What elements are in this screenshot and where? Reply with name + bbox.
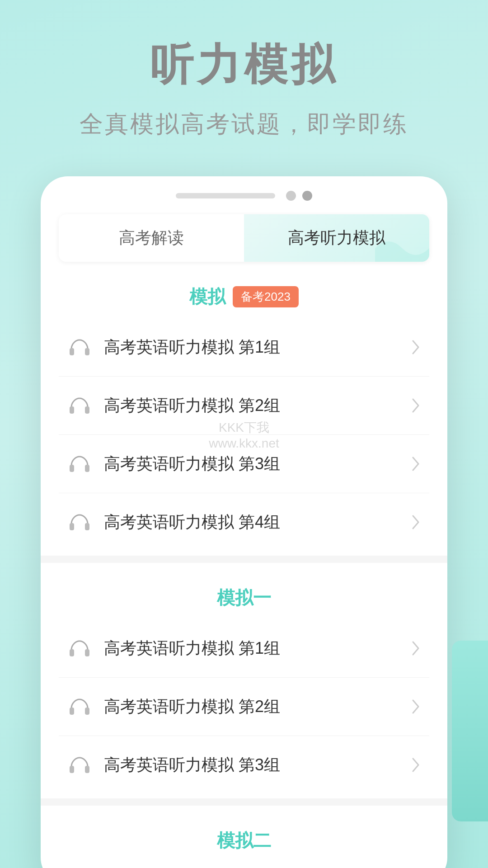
tab-gaokao-jiedu[interactable]: 高考解读 (59, 214, 244, 262)
chevron-right-icon-7 (411, 757, 420, 773)
phone-dot-2 (302, 191, 312, 201)
section-moni-title: 模拟 (189, 284, 225, 309)
svg-rect-3 (85, 406, 89, 414)
chevron-right-icon-6 (411, 698, 420, 715)
chevron-right-icon-5 (411, 640, 420, 656)
svg-rect-13 (85, 766, 89, 773)
svg-rect-0 (70, 348, 74, 355)
svg-rect-12 (70, 766, 74, 773)
main-title: 听力模拟 (150, 36, 338, 95)
tab-bar: 高考解读 高考听力模拟 (59, 214, 429, 262)
wave-decoration (375, 235, 429, 262)
phone-mockup: 高考解读 高考听力模拟 模拟 备考2023 KKK下我 (41, 176, 447, 868)
chevron-right-icon-4 (411, 514, 420, 530)
svg-rect-8 (70, 649, 74, 656)
svg-rect-9 (85, 649, 89, 656)
list-item-moni-3[interactable]: 高考英语听力模拟 第3组 (59, 435, 429, 493)
svg-rect-7 (85, 523, 89, 530)
headphone-icon-3 (68, 452, 91, 476)
list-item-moni-1[interactable]: 高考英语听力模拟 第1组 (59, 318, 429, 377)
phone-content: 高考解读 高考听力模拟 模拟 备考2023 KKK下我 (41, 214, 447, 868)
list-item-moni-3-text: 高考英语听力模拟 第3组 (104, 453, 411, 475)
list-item-moni-2-text: 高考英语听力模拟 第2组 (104, 395, 411, 417)
section-moyi-title: 模拟一 (217, 585, 271, 610)
svg-rect-6 (70, 523, 74, 530)
chevron-right-icon-3 (411, 456, 420, 472)
phone-top-bar (41, 176, 447, 210)
chevron-right-icon (411, 339, 420, 355)
list-group-moyi: 高考英语听力模拟 第1组 高考英语听力模拟 第2组 (41, 619, 447, 794)
headphone-icon-6 (68, 695, 91, 718)
divider-1 (41, 556, 447, 563)
section-moer-title: 模拟二 (217, 828, 271, 853)
list-item-moni-4[interactable]: 高考英语听力模拟 第4组 (59, 493, 429, 551)
headphone-icon-4 (68, 510, 91, 534)
headphone-icon (68, 335, 91, 359)
sub-title: 全真模拟高考试题，即学即练 (80, 108, 408, 140)
svg-rect-1 (85, 348, 89, 355)
phone-notch (176, 193, 275, 198)
svg-rect-5 (85, 465, 89, 472)
phone-dot-1 (286, 191, 296, 201)
phone-dots (286, 191, 312, 201)
chevron-right-icon-2 (411, 397, 420, 414)
list-item-moyi-2-text: 高考英语听力模拟 第2组 (104, 696, 411, 718)
headphone-icon-5 (68, 637, 91, 660)
headphone-icon-2 (68, 394, 91, 417)
tab-gaokao-tingli[interactable]: 高考听力模拟 (244, 214, 429, 262)
svg-rect-10 (70, 708, 74, 715)
section-moer-heading: 模拟二 (41, 810, 447, 858)
section-moni-heading: 模拟 备考2023 (41, 262, 447, 318)
svg-rect-11 (85, 708, 89, 715)
list-item-moyi-2[interactable]: 高考英语听力模拟 第2组 (59, 678, 429, 736)
list-item-moyi-3-text: 高考英语听力模拟 第3组 (104, 754, 411, 776)
list-item-moni-1-text: 高考英语听力模拟 第1组 (104, 336, 411, 359)
page-wrapper: 听力模拟 全真模拟高考试题，即学即练 高考解读 高考听力模拟 (0, 0, 488, 868)
right-decoration (452, 641, 488, 821)
list-item-moyi-1[interactable]: 高考英语听力模拟 第1组 (59, 619, 429, 678)
svg-rect-2 (70, 406, 74, 414)
section-moyi-heading: 模拟一 (41, 567, 447, 619)
svg-rect-4 (70, 465, 74, 472)
list-group-moni: KKK下我 www.kkx.net 高考英语听力模拟 第1组 (41, 318, 447, 551)
list-item-moyi-3[interactable]: 高考英语听力模拟 第3组 (59, 736, 429, 794)
divider-2 (41, 798, 447, 806)
headphone-icon-7 (68, 753, 91, 777)
section-moni-badge: 备考2023 (233, 286, 299, 307)
list-item-moni-4-text: 高考英语听力模拟 第4组 (104, 511, 411, 533)
list-item-moni-2[interactable]: 高考英语听力模拟 第2组 (59, 377, 429, 435)
list-item-moyi-1-text: 高考英语听力模拟 第1组 (104, 637, 411, 660)
